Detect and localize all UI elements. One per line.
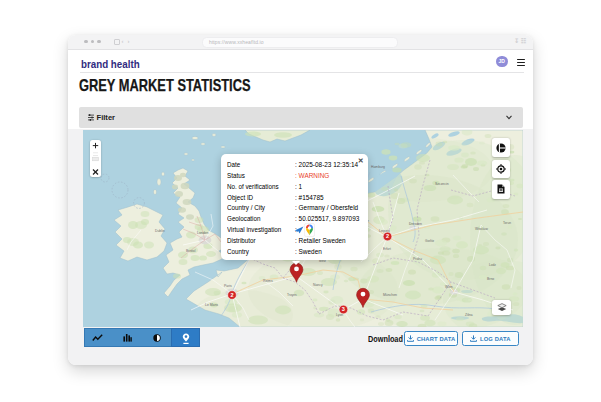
svg-text:Lodz: Lodz [489, 263, 496, 267]
svg-text:London: London [197, 231, 208, 235]
svg-text:Dublin: Dublin [155, 229, 165, 233]
svg-text:Troyes: Troyes [287, 293, 297, 297]
svg-text:Nancy: Nancy [313, 283, 323, 287]
svg-text:Zilina: Zilina [465, 313, 473, 317]
svg-text:München: München [383, 293, 397, 297]
svg-text:Dresden: Dresden [409, 222, 422, 226]
svg-text:Erfurt: Erfurt [383, 247, 391, 251]
svg-text:Le Mans: Le Mans [205, 303, 218, 307]
svg-text:2: 2 [386, 233, 389, 239]
svg-text:Wien: Wien [445, 285, 453, 289]
svg-text:Torun: Torun [503, 221, 511, 225]
svg-text:Bristol: Bristol [186, 249, 196, 253]
svg-text:Wroclaw: Wroclaw [475, 227, 488, 231]
svg-text:Paris: Paris [224, 284, 232, 288]
svg-text:Szczecin: Szczecin [435, 182, 449, 186]
svg-text:Gorlitz: Gorlitz [425, 239, 435, 243]
svg-text:Praha: Praha [413, 257, 422, 261]
svg-text:Reims: Reims [263, 279, 273, 283]
svg-text:Brno: Brno [487, 277, 494, 281]
svg-text:Hamburg: Hamburg [371, 165, 385, 169]
svg-text:2: 2 [230, 292, 233, 298]
svg-text:3: 3 [342, 306, 345, 312]
